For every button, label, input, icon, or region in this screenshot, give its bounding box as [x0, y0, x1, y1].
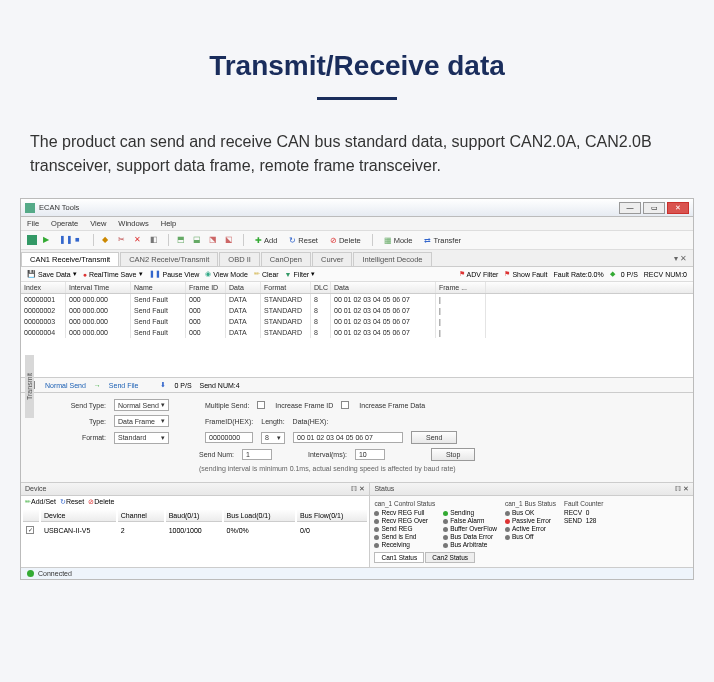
menu-windows[interactable]: Windows [118, 219, 148, 228]
main-toolbar: ▶ ❚❚ ■ ◆ ✂ ✕ ◧ ⬒ ⬓ ⬔ ⬕ ✚Add ↻Reset ⊘Dele… [21, 231, 693, 250]
device-row[interactable]: USBCAN-II-V5 2 1000/1000 0%/0% 0/0 [23, 524, 367, 536]
tabs-close[interactable]: ▾ ✕ [668, 252, 693, 266]
add-button[interactable]: ✚Add [252, 235, 280, 246]
adv-filter-button[interactable]: ⚑ADV Filter [459, 270, 499, 278]
tab-can2[interactable]: CAN2 Receive/Transmit [120, 252, 218, 266]
status-item: Bus Off [505, 533, 556, 540]
device-panel-controls[interactable]: ℿ ✕ [351, 485, 365, 493]
format-label: Format: [51, 434, 106, 441]
status-item: Buffer OverFlow [443, 525, 497, 532]
device-add-button[interactable]: ✏Add/Set [25, 498, 56, 506]
can1-status-tab[interactable]: Can1 Status [374, 552, 424, 563]
status-item: Send REG [374, 525, 435, 532]
frameid-input[interactable]: 00000000 [205, 432, 253, 443]
tab-curver[interactable]: Curver [312, 252, 353, 266]
send-button[interactable]: Send [411, 431, 457, 444]
mode-button[interactable]: ▦Mode [381, 235, 416, 246]
inc-framedata-check[interactable] [341, 401, 349, 409]
send-mode-bar: Normal Send → Send File ⬇ 0 P/S Send NUM… [21, 377, 693, 392]
realtime-save-button[interactable]: ●RealTime Save ▾ [83, 270, 143, 278]
stop-button[interactable]: Stop [431, 448, 475, 461]
title-underline [317, 97, 397, 100]
main-tabs: CAN1 Receive/Transmit CAN2 Receive/Trans… [21, 250, 693, 267]
dev-col-device[interactable]: Device [41, 510, 116, 522]
grid-row[interactable]: 00000002000 000.000Send Fault000DATASTAN… [21, 305, 693, 316]
cut-icon[interactable]: ✂ [118, 235, 128, 245]
tool-icon-4[interactable]: ⬓ [193, 235, 203, 245]
tool-icon-6[interactable]: ⬕ [225, 235, 235, 245]
send-type-select[interactable]: Normal Send▾ [114, 399, 169, 411]
send-type-label: Send Type: [51, 402, 106, 409]
close-button[interactable]: ✕ [667, 202, 689, 214]
col-format[interactable]: Format [261, 282, 311, 293]
length-select[interactable]: 8▾ [261, 432, 285, 444]
normal-send-link[interactable]: Normal Send [45, 382, 86, 389]
grid-row[interactable]: 00000004000 000.000Send Fault000DATASTAN… [21, 327, 693, 338]
transfer-button[interactable]: ⇄Transfer [421, 235, 464, 246]
device-reset-button[interactable]: ↻Reset [60, 498, 84, 506]
transmit-side-label: Transmit [25, 355, 34, 418]
multi-send-label: Multiple Send: [205, 402, 249, 409]
grid-row[interactable]: 00000001000 000.000Send Fault000DATASTAN… [21, 294, 693, 305]
col-name[interactable]: Name [131, 282, 186, 293]
delete-button[interactable]: ⊘Delete [327, 235, 364, 246]
tab-obd[interactable]: OBD II [219, 252, 260, 266]
connect-icon[interactable] [27, 235, 37, 245]
inc-frameid-check[interactable] [257, 401, 265, 409]
dev-col-load[interactable]: Bus Load(0/1) [224, 510, 295, 522]
device-checkbox[interactable] [26, 526, 34, 534]
filter-button[interactable]: ▼Filter ▾ [285, 270, 316, 278]
tab-decode[interactable]: Intelligent Decode [353, 252, 431, 266]
clear-button[interactable]: ✏Clear [254, 270, 279, 278]
tool-icon-5[interactable]: ⬔ [209, 235, 219, 245]
maximize-button[interactable]: ▭ [643, 202, 665, 214]
send-counter-row: SEND 128 [564, 517, 603, 524]
tool-icon-1[interactable]: ◆ [102, 235, 112, 245]
frameid-label: FrameID(HEX): [205, 418, 253, 425]
sendnum-input[interactable]: 1 [242, 449, 272, 460]
tool-icon-2[interactable]: ◧ [150, 235, 160, 245]
receive-toolbar: 💾Save Data ▾ ●RealTime Save ▾ ❚❚Pause Vi… [21, 267, 693, 282]
col-interval[interactable]: Interval Time [66, 282, 131, 293]
device-delete-button[interactable]: ⊘Delete [88, 498, 114, 506]
view-mode-button[interactable]: ◉View Mode [205, 270, 248, 278]
dev-col-baud[interactable]: Baud(0/1) [166, 510, 222, 522]
type-select[interactable]: Data Frame▾ [114, 415, 169, 427]
col-index[interactable]: Index [21, 282, 66, 293]
tab-canopen[interactable]: CanOpen [261, 252, 311, 266]
app-icon [25, 203, 35, 213]
status-item: Sending [443, 509, 497, 516]
save-data-button[interactable]: 💾Save Data ▾ [27, 270, 77, 278]
col-dlc[interactable]: DLC [311, 282, 331, 293]
pause-view-button[interactable]: ❚❚Pause View [149, 270, 200, 278]
data-input[interactable]: 00 01 02 03 04 05 06 07 [293, 432, 403, 443]
col-databytes[interactable]: Data [331, 282, 436, 293]
col-frame[interactable]: Frame ... [436, 282, 486, 293]
col-data[interactable]: Data [226, 282, 261, 293]
length-label: Length: [261, 418, 284, 425]
minimize-button[interactable]: — [619, 202, 641, 214]
format-select[interactable]: Standard▾ [114, 432, 169, 444]
status-item: Bus Data Error [443, 533, 497, 540]
stop-icon[interactable]: ■ [75, 235, 85, 245]
menu-file[interactable]: File [27, 219, 39, 228]
fault-rate: Fault Rate:0.0% [553, 271, 603, 278]
dev-col-channel[interactable]: Channel [118, 510, 164, 522]
menu-help[interactable]: Help [161, 219, 176, 228]
menu-view[interactable]: View [90, 219, 106, 228]
reset-button[interactable]: ↻Reset [286, 235, 321, 246]
col-frameid[interactable]: Frame ID [186, 282, 226, 293]
show-fault-button[interactable]: ⚑Show Fault [504, 270, 547, 278]
play-icon[interactable]: ▶ [43, 235, 53, 245]
can2-status-tab[interactable]: Can2 Status [425, 552, 475, 563]
menu-operate[interactable]: Operate [51, 219, 78, 228]
send-file-link[interactable]: Send File [109, 382, 139, 389]
dev-col-flow[interactable]: Bus Flow(0/1) [297, 510, 367, 522]
interval-input[interactable]: 10 [355, 449, 385, 460]
pause-icon[interactable]: ❚❚ [59, 235, 69, 245]
status-panel-controls[interactable]: ℿ ✕ [675, 485, 689, 493]
tool-icon-3[interactable]: ⬒ [177, 235, 187, 245]
grid-row[interactable]: 00000003000 000.000Send Fault000DATASTAN… [21, 316, 693, 327]
tab-can1[interactable]: CAN1 Receive/Transmit [21, 252, 119, 266]
clear-icon[interactable]: ✕ [134, 235, 144, 245]
